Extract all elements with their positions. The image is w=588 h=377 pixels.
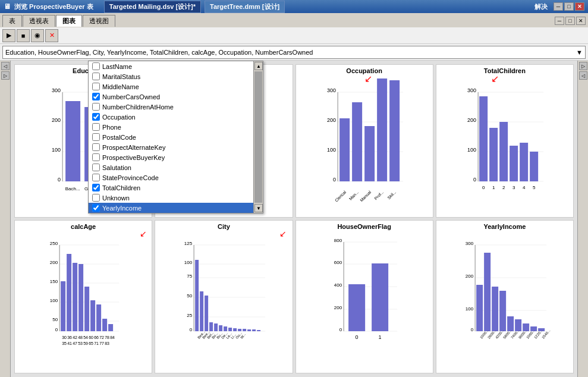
arrow-occupation: ↙	[364, 73, 372, 84]
svg-rect-75	[73, 263, 77, 331]
svg-text:48: 48	[78, 335, 83, 340]
svg-rect-116	[205, 296, 208, 331]
dropdown-item-lastname[interactable]: LastName	[89, 61, 253, 71]
dropdown-item-numberchildrenathome[interactable]: NumberChildrenAtHome	[89, 102, 253, 112]
chart-calcage-title: calcAge	[17, 223, 149, 230]
svg-text:1: 1	[378, 334, 381, 340]
dropdown-item-stateprovincecode[interactable]: StateProvinceCode	[89, 172, 253, 183]
checkbox-numberchildrenathome[interactable]	[92, 103, 100, 111]
svg-text:2: 2	[502, 185, 505, 190]
dropdown-item-numbercarsowned[interactable]: NumberCarsOwned	[89, 92, 253, 102]
chart-houseownerflag-title: HouseOwnerFlag	[298, 223, 430, 230]
dropdown-item-maritalstatus[interactable]: MaritalStatus	[89, 71, 253, 81]
svg-text:3: 3	[512, 185, 515, 190]
checkbox-yearlyincome[interactable]	[92, 204, 100, 212]
dropdown-item-phone[interactable]: Phone	[89, 122, 253, 132]
checkbox-postalcode[interactable]	[92, 133, 100, 141]
chart-houseownerflag-svg: 800 600 400 200 0 0	[298, 230, 430, 355]
tab-table[interactable]: 表	[2, 15, 22, 27]
dropdown-item-prospectalternatekey[interactable]: ProspectAlternateKey	[89, 142, 253, 152]
chart-yearlyincome-svg: 300 200 100 0	[439, 230, 571, 355]
svg-rect-122	[233, 328, 237, 331]
svg-rect-125	[247, 329, 251, 331]
dropdown-item-middlename[interactable]: MiddleName	[89, 81, 253, 92]
dropdown-overlay: LastName MaritalStatus MiddleName Number…	[88, 61, 263, 213]
dropdown-item-postalcode[interactable]: PostalCode	[89, 132, 253, 142]
checkbox-prospectalternatekey[interactable]	[92, 143, 100, 151]
svg-text:1: 1	[492, 185, 495, 190]
svg-rect-118	[214, 323, 218, 331]
right-icon-1[interactable]: ▷	[579, 62, 587, 70]
checkbox-prospectivebuyerkey[interactable]	[92, 153, 100, 161]
svg-text:100: 100	[52, 147, 61, 153]
svg-text:71: 71	[94, 341, 99, 345]
svg-text:72: 72	[99, 335, 104, 340]
checkbox-middlename[interactable]	[92, 83, 100, 90]
svg-text:Man...: Man...	[348, 190, 359, 201]
scroll-down-btn[interactable]: ▼	[254, 204, 263, 212]
restore-btn[interactable]: □	[564, 2, 574, 11]
doc-tab-1[interactable]: Targeted Mailing.dsv [设计]*	[104, 1, 201, 13]
svg-rect-50	[499, 122, 508, 181]
toolbar-btn-3[interactable]: ◉	[31, 29, 44, 42]
toolbar: ▶ ■ ◉ ✕	[0, 27, 588, 44]
win-min-btn[interactable]: ─	[555, 17, 564, 25]
checkbox-maritalstatus[interactable]	[92, 73, 100, 80]
tab-pivot[interactable]: 透视表	[23, 15, 55, 27]
checkbox-numbercarsowned[interactable]	[92, 93, 100, 100]
dropdown-item-occupation[interactable]: Occupation	[89, 112, 253, 122]
field-dropdown[interactable]: Education, HouseOwnerFlag, City, YearlyI…	[2, 46, 586, 59]
scroll-up-btn[interactable]: ▲	[254, 62, 263, 70]
svg-text:0: 0	[333, 177, 336, 183]
toolbar-btn-1[interactable]: ▶	[2, 29, 15, 42]
field-bar: Education, HouseOwnerFlag, City, YearlyI…	[0, 44, 588, 61]
svg-text:4: 4	[523, 185, 526, 190]
svg-text:300: 300	[327, 87, 336, 93]
close-btn[interactable]: ✕	[575, 2, 584, 11]
dropdown-item-prospectivebuyerkey[interactable]: ProspectiveBuyerKey	[89, 152, 253, 162]
checkbox-occupation[interactable]	[92, 113, 100, 121]
svg-text:59: 59	[83, 341, 88, 345]
left-icon-2[interactable]: ▷	[1, 71, 10, 80]
checkbox-salutation[interactable]	[92, 164, 100, 171]
field-value: Education, HouseOwnerFlag, City, YearlyI…	[5, 49, 313, 56]
svg-rect-73	[61, 281, 65, 331]
app-right-text: 解决	[534, 2, 548, 11]
checkbox-lastname[interactable]	[92, 62, 100, 70]
tab-pivot-chart[interactable]: 透视图	[83, 15, 115, 27]
left-sidebar: ◁ ▷	[0, 61, 11, 377]
svg-rect-127	[257, 330, 260, 331]
toolbar-btn-2[interactable]: ■	[17, 29, 30, 42]
svg-text:800: 800	[334, 238, 342, 243]
win-close-btn[interactable]: ✕	[576, 17, 586, 25]
dropdown-item-totalchildren[interactable]: TotalChildren	[89, 183, 253, 193]
dropdown-item-salutation[interactable]: Salutation	[89, 162, 253, 172]
chart-yearlyincome: YearlyIncome 300 200 100 0	[436, 220, 574, 373]
app-icon: 🖥	[4, 2, 11, 11]
svg-text:41: 41	[67, 341, 72, 345]
checkbox-phone[interactable]	[92, 123, 100, 131]
svg-text:35: 35	[62, 341, 67, 345]
svg-rect-33	[389, 80, 400, 181]
svg-text:100: 100	[467, 147, 476, 153]
svg-rect-117	[209, 322, 213, 331]
svg-text:Manual: Manual	[359, 190, 372, 202]
dropdown-item-yearlyincome[interactable]: YearlyIncome	[89, 203, 253, 213]
checkbox-totalchildren[interactable]	[92, 184, 100, 191]
checkbox-stateprovincecode[interactable]	[92, 174, 100, 181]
left-icon-1[interactable]: ◁	[1, 62, 10, 70]
svg-rect-53	[530, 152, 538, 181]
svg-text:600: 600	[334, 260, 342, 265]
minimize-btn[interactable]: ─	[554, 2, 563, 11]
tab-chart[interactable]: 图表	[56, 15, 82, 27]
win-restore-btn[interactable]: □	[565, 17, 575, 25]
toolbar-btn-4[interactable]: ✕	[45, 29, 58, 42]
svg-text:100: 100	[466, 306, 474, 312]
dropdown-scrollbar[interactable]: ▲ ▼	[253, 61, 263, 213]
doc-tab-2[interactable]: TargetTree.dmm [设计]	[205, 1, 285, 13]
right-sidebar: ▷ ◁	[577, 61, 588, 377]
right-icon-2[interactable]: ◁	[579, 71, 587, 80]
chart-city-title: City	[158, 223, 290, 230]
dropdown-item-unknown[interactable]: Unknown	[89, 193, 253, 203]
checkbox-unknown[interactable]	[92, 194, 100, 202]
